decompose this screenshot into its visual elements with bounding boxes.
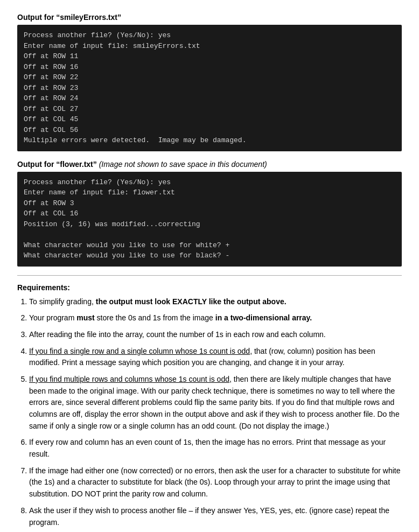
requirements-section: Requirements: To simplify grading, the o… [17,283,402,533]
req-text-part: Your program [29,313,76,322]
req-text-part: must [76,313,94,322]
flower-section: Output for “flower.txt” (Image not shown… [17,160,402,267]
req-text-part: in a two-dimensional array. [215,313,312,322]
flower-title-text: Output for “flower.txt” [17,160,97,169]
req-text-part: To simplify grading, [29,297,96,306]
requirement-item-1: To simplify grading, the output must loo… [29,296,402,308]
flower-title-note: (Image not shown to save space in this d… [97,160,267,169]
requirement-item-6: If every row and column has an even coun… [29,437,402,460]
req-text-part: store the 0s and 1s from the image [95,313,215,322]
section-divider [17,275,402,276]
flower-title: Output for “flower.txt” (Image not shown… [17,160,402,169]
req-text-part: the output must look EXACTLY like the ou… [96,297,287,306]
smiley-section: Output for “smileyErrors.txt” Process an… [17,13,402,151]
req-text-part: If you find a single row and a single co… [29,347,250,355]
requirement-item-7: If the image had either one (now correct… [29,465,402,500]
requirement-item-2: Your program must store the 0s and 1s fr… [29,312,402,324]
requirement-item-4: If you find a single row and a single co… [29,346,402,369]
req-text-part: If you find multiple rows and columns wh… [29,375,229,383]
flower-terminal: Process another file? (Yes/No): yes Ente… [17,172,402,267]
requirement-item-8: Ask the user if they wish to process ano… [29,505,402,528]
requirement-item-3: After reading the file into the array, c… [29,329,402,341]
requirements-title: Requirements: [17,283,402,292]
requirement-item-5: If you find multiple rows and columns wh… [29,374,402,432]
smiley-terminal: Process another file? (Yes/No): yes Ente… [17,25,402,151]
smiley-title: Output for “smileyErrors.txt” [17,13,402,22]
requirements-list: To simplify grading, the output must loo… [17,296,402,533]
